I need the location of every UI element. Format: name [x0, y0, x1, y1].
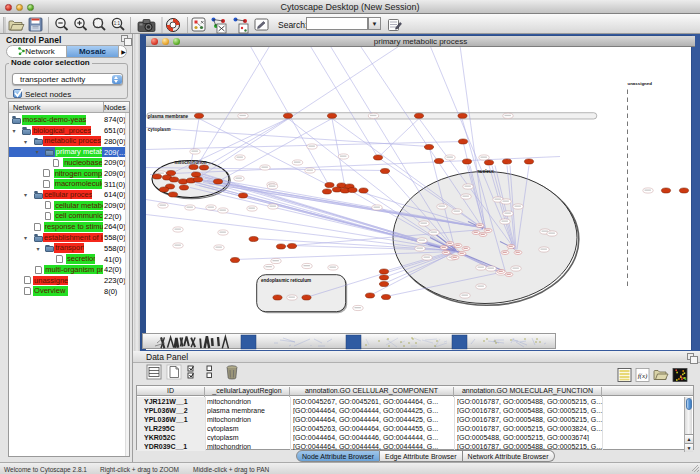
svg-text:endoplasmic reticulum: endoplasmic reticulum: [261, 278, 311, 283]
svg-text:plasma membrane: plasma membrane: [148, 114, 189, 119]
svg-text:f(x): f(x): [638, 372, 648, 380]
svg-text:1:1: 1:1: [114, 21, 121, 26]
svg-text:unassigned: unassigned: [628, 81, 653, 86]
svg-text:nucleus: nucleus: [477, 169, 495, 174]
